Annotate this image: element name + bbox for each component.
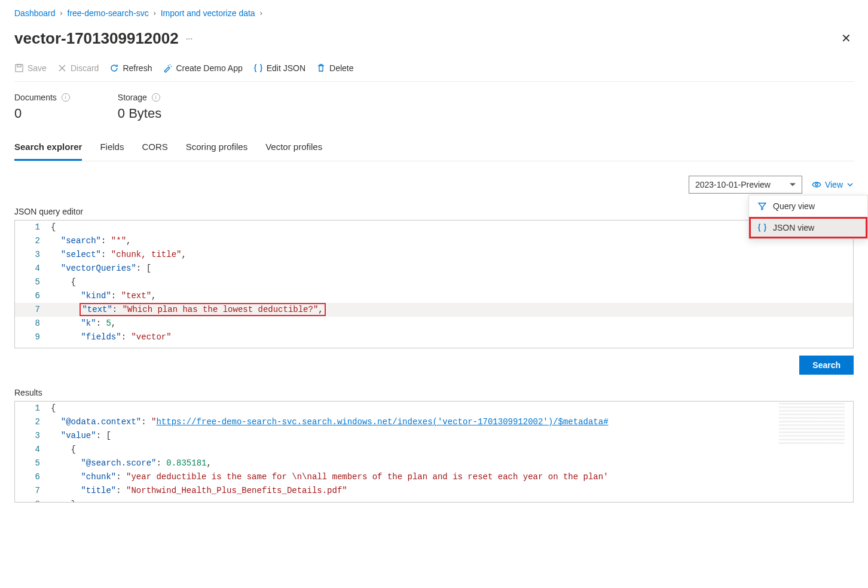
tab-scoring-profiles[interactable]: Scoring profiles: [186, 136, 247, 161]
api-version-select[interactable]: 2023-10-01-Preview: [689, 176, 802, 194]
info-icon[interactable]: i: [152, 93, 160, 102]
editor-label: JSON query editor: [14, 207, 854, 216]
breadcrumb-item[interactable]: Import and vectorize data: [161, 8, 255, 18]
tab-vector-profiles[interactable]: Vector profiles: [265, 136, 322, 161]
stats-row: Documentsi 0 Storagei 0 Bytes: [14, 82, 854, 136]
refresh-button[interactable]: Refresh: [109, 63, 152, 73]
trash-icon: [316, 63, 326, 73]
magic-icon: [163, 63, 172, 73]
chevron-down-icon: [846, 181, 854, 188]
view-item-query[interactable]: Query view: [749, 195, 867, 217]
breadcrumb-item[interactable]: free-demo-search-svc: [68, 8, 149, 18]
braces-icon: [757, 223, 767, 232]
minimap[interactable]: [779, 403, 845, 445]
view-item-json[interactable]: JSON view: [749, 217, 867, 238]
view-dropdown: Query view JSON view: [748, 195, 868, 239]
svg-rect-1: [17, 65, 21, 67]
discard-icon: [57, 63, 67, 73]
save-icon: [14, 63, 24, 73]
filter-icon: [757, 201, 767, 211]
tab-cors[interactable]: CORS: [142, 136, 167, 161]
more-icon[interactable]: ···: [186, 33, 193, 43]
search-button[interactable]: Search: [799, 356, 854, 375]
svg-rect-0: [16, 65, 23, 72]
chevron-right-icon: ›: [154, 9, 156, 17]
documents-stat: Documentsi 0: [14, 93, 70, 121]
eye-icon: [812, 180, 821, 189]
results-label: Results: [14, 388, 854, 397]
svg-point-4: [815, 183, 818, 186]
toolbar: Save Discard Refresh Create Demo App Edi…: [14, 60, 854, 82]
refresh-icon: [109, 63, 119, 73]
tabs: Search explorer Fields CORS Scoring prof…: [14, 136, 854, 161]
chevron-right-icon: ›: [60, 9, 63, 17]
chevron-right-icon: ›: [260, 9, 262, 17]
braces-icon: [253, 63, 263, 73]
save-button: Save: [14, 63, 47, 73]
results-editor[interactable]: 1{2 "@odata.context": "https://free-demo…: [14, 401, 854, 503]
page-title: vector-1701309912002: [14, 29, 179, 48]
storage-stat: Storagei 0 Bytes: [118, 93, 161, 121]
info-icon[interactable]: i: [62, 93, 70, 102]
breadcrumb-item[interactable]: Dashboard: [14, 8, 56, 18]
tab-search-explorer[interactable]: Search explorer: [14, 136, 82, 161]
breadcrumb: Dashboard › free-demo-search-svc › Impor…: [14, 0, 854, 24]
tab-fields[interactable]: Fields: [100, 136, 124, 161]
view-button[interactable]: View: [812, 180, 854, 189]
discard-button: Discard: [57, 63, 99, 73]
create-demo-button[interactable]: Create Demo App: [163, 63, 242, 73]
edit-json-button[interactable]: Edit JSON: [253, 63, 305, 73]
json-query-editor[interactable]: 1{2 "search": "*",3 "select": "chunk, ti…: [14, 220, 854, 348]
delete-button[interactable]: Delete: [316, 63, 353, 73]
close-icon[interactable]: ✕: [839, 29, 854, 48]
